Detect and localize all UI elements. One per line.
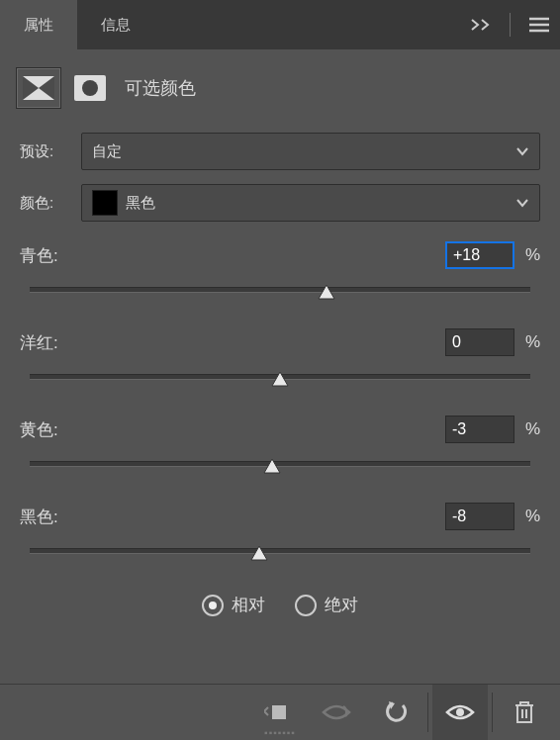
color-label: 颜色: <box>20 194 71 213</box>
layer-mask-icon[interactable] <box>71 69 109 107</box>
selective-color-icon[interactable] <box>16 67 61 109</box>
black-label: 黑色: <box>20 506 445 528</box>
chevron-down-icon <box>515 146 529 156</box>
radio-absolute-label: 绝对 <box>325 594 358 616</box>
magenta-input[interactable] <box>445 328 514 356</box>
percent-sign: % <box>514 245 540 265</box>
preset-label: 预设: <box>20 142 71 161</box>
svg-point-2 <box>82 80 98 96</box>
divider <box>492 693 493 732</box>
tab-info[interactable]: 信息 <box>77 0 154 49</box>
yellow-thumb[interactable] <box>262 457 282 475</box>
black-input[interactable] <box>445 503 514 530</box>
svg-rect-3 <box>272 705 286 719</box>
adjustment-title: 可选颜色 <box>125 76 196 100</box>
yellow-label: 黄色: <box>20 418 445 441</box>
view-previous-button[interactable] <box>309 685 364 740</box>
percent-sign: % <box>514 507 540 526</box>
slider-magenta: 洋红: % <box>20 328 540 396</box>
tab-properties[interactable]: 属性 <box>0 0 77 49</box>
chevron-down-icon <box>515 198 529 208</box>
yellow-track[interactable] <box>20 449 540 483</box>
radio-relative[interactable]: 相对 <box>202 594 265 616</box>
form: 预设: 自定 颜色: 黑色 青色: % <box>0 119 560 616</box>
tab-bar: 属性 信息 <box>0 0 560 49</box>
black-thumb[interactable] <box>249 544 269 562</box>
divider <box>510 13 511 37</box>
radio-relative-label: 相对 <box>232 594 265 616</box>
magenta-label: 洋红: <box>20 331 445 354</box>
properties-panel: 属性 信息 可选颜色 <box>0 0 560 740</box>
percent-sign: % <box>514 332 540 352</box>
color-select[interactable]: 黑色 <box>81 184 540 222</box>
percent-sign: % <box>514 419 540 439</box>
slider-cyan: 青色: % <box>20 241 540 309</box>
yellow-input[interactable] <box>445 416 514 443</box>
color-value: 黑色 <box>126 194 155 213</box>
magenta-thumb[interactable] <box>270 370 290 388</box>
collapse-icon[interactable] <box>470 18 492 32</box>
cyan-thumb[interactable] <box>317 283 336 301</box>
reset-button[interactable] <box>368 685 423 740</box>
menu-icon[interactable] <box>528 17 550 33</box>
method-radios: 相对 绝对 <box>20 594 540 616</box>
divider <box>427 693 428 732</box>
cyan-input[interactable] <box>445 241 514 269</box>
magenta-track[interactable] <box>20 362 540 396</box>
cyan-track[interactable] <box>20 275 540 309</box>
slider-yellow: 黄色: % <box>20 416 540 483</box>
delete-button[interactable] <box>497 685 552 740</box>
cyan-label: 青色: <box>20 244 445 267</box>
resize-grip-icon[interactable]: ▪▪▪▪▪▪▪ <box>264 727 296 738</box>
preset-value: 自定 <box>92 142 122 161</box>
preset-select[interactable]: 自定 <box>81 133 540 170</box>
radio-absolute[interactable]: 绝对 <box>295 594 358 616</box>
slider-black: 黑色: % <box>20 503 540 570</box>
toggle-visibility-button[interactable] <box>432 685 488 740</box>
black-track[interactable] <box>20 536 540 570</box>
adjustment-header: 可选颜色 <box>0 49 560 119</box>
color-swatch <box>92 190 118 216</box>
svg-point-4 <box>456 708 464 716</box>
